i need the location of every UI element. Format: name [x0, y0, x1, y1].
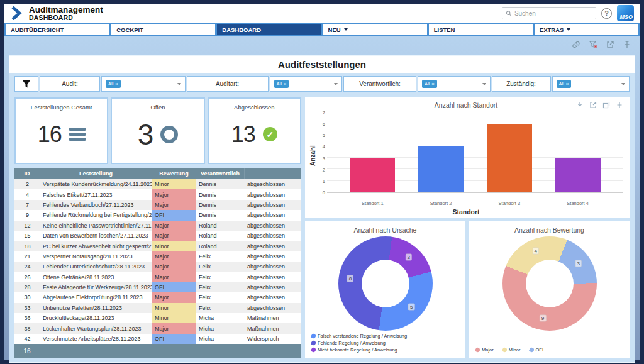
table-row[interactable]: 33Unbenutze Paletten/28.11.2023MinorFeli… — [14, 303, 301, 313]
col-header-id[interactable]: ID — [14, 168, 40, 179]
col-header-status[interactable] — [245, 168, 301, 179]
legend-marker-icon — [502, 347, 508, 353]
table-row[interactable]: 24Fehlender Unterkriechschutz/28.11.2023… — [14, 262, 301, 272]
col-header-verantwortlich[interactable]: Verantwortlich — [196, 168, 245, 179]
legend-label: Falsch verstandene Regelung / Anweisung — [318, 333, 407, 339]
cell-verantwortlich: Dennis — [196, 189, 245, 199]
search-box[interactable] — [502, 7, 596, 19]
cell-feststellung: Fehlendes Verbandbuch/27.11.2023 — [40, 200, 152, 210]
app-header: Auditmanagement DASHBOARD ? MSO — [4, 4, 640, 23]
cell-verantwortlich: Dennis — [196, 200, 245, 210]
filter-clear-icon[interactable] — [589, 40, 597, 49]
cell-bewertung: Minor — [152, 179, 196, 189]
tab-dashboard[interactable]: DASHBOARD — [217, 24, 321, 35]
funnel-icon — [21, 79, 31, 89]
legend-marker-icon — [311, 340, 316, 346]
y-axis-title: Anzahl — [309, 113, 317, 198]
mso-logo[interactable]: MSO — [617, 5, 634, 21]
chevron-down-icon — [344, 28, 348, 31]
table-row[interactable]: 26Offene Getränke/28.11.2023MajorFelixab… — [14, 272, 301, 282]
donut-hole — [526, 260, 574, 307]
table-row[interactable]: 21Versperrter Notausgang/28.11.2023Major… — [14, 251, 301, 262]
cell-feststellung: Daten von Bewerbern löschen/27.11.2023 — [40, 231, 152, 241]
filter-select-zustaendig[interactable]: All× — [552, 76, 630, 92]
col-header-feststellung[interactable]: Feststellung — [40, 168, 152, 179]
help-button[interactable]: ? — [601, 8, 612, 19]
filter-select-verantwortlich[interactable]: All× — [418, 76, 491, 92]
table-row[interactable]: 2Verspätete Kundenrückmeldung/24.11.2023… — [14, 179, 301, 189]
legend-marker-icon — [311, 333, 316, 339]
fullscreen-icon[interactable] — [589, 101, 597, 109]
bar-standort-1[interactable] — [350, 158, 395, 192]
filter-label-verantwortlich: Verantwortlich: — [343, 76, 416, 92]
pin-icon[interactable] — [616, 101, 623, 109]
chart-legend: Major Minor OFI — [474, 345, 625, 355]
table-row[interactable]: 7Fehlendes Verbandbuch/27.11.2023MajorDe… — [14, 200, 301, 210]
cell-verantwortlich: Dennis — [196, 210, 245, 220]
cell-status: abgeschlossen — [245, 282, 301, 292]
bar-plot-area: Anzahl 76 54 32 10 — [309, 113, 623, 198]
legend-item[interactable]: Nicht bekannte Regelung / Anweisung — [311, 347, 397, 353]
legend-item[interactable]: Fehlende Regelung / Anweisung — [311, 340, 386, 346]
filter-button[interactable] — [14, 76, 38, 92]
bar-standort-2[interactable] — [418, 146, 464, 192]
cell-feststellung: Falsches Etikett/27.11.2023 — [40, 189, 152, 199]
cell-status: Widerspruch — [245, 334, 301, 344]
legend-item[interactable]: Minor — [502, 347, 521, 353]
filter-chip[interactable]: All× — [106, 80, 121, 88]
donut-chart-ursache[interactable]: 3 5 8 — [338, 236, 433, 331]
tab-extras[interactable]: EXTRAS — [535, 24, 638, 35]
cell-verantwortlich: Felix — [196, 292, 245, 302]
chip-remove-icon[interactable]: × — [115, 81, 118, 87]
download-icon[interactable] — [576, 101, 584, 109]
table-row[interactable]: 30Abgelaufene Elektorprüfung/28.11.2023M… — [14, 292, 301, 302]
table-row[interactable]: 36Druckluftleckage/28.11.2023MinorMichaM… — [14, 313, 301, 323]
tab-neu[interactable]: NEU — [323, 24, 427, 35]
bar-standort-4[interactable] — [555, 158, 601, 192]
tab-audituebersicht[interactable]: AUDITÜBERSICHT — [6, 24, 109, 35]
cell-status: Maßnahmen — [245, 313, 301, 323]
table-row[interactable]: 9Fehlende Rückmeldung bei Fertigstellung… — [14, 210, 301, 220]
filter-select-audit[interactable]: All× — [101, 76, 186, 92]
tab-listen[interactable]: LISTEN — [429, 24, 533, 35]
chip-remove-icon[interactable]: × — [284, 81, 286, 87]
table-row[interactable]: 4Falsches Etikett/27.11.2023MajorDennisa… — [14, 189, 301, 199]
filter-select-auditart[interactable]: All× — [270, 76, 343, 92]
segment-value-label: 9 — [540, 315, 546, 322]
table-row[interactable]: 18PC bei kurzer Abwesenheit nicht gesper… — [14, 241, 301, 251]
filter-label: Audit: — [62, 80, 78, 87]
chevron-down-icon — [621, 83, 625, 85]
chip-remove-icon[interactable]: × — [566, 81, 569, 87]
cell-feststellung: Fehlender Unterkriechschutz/28.11.2023 — [40, 262, 152, 272]
filter-chip[interactable]: All× — [274, 80, 289, 88]
filter-chip[interactable]: All× — [422, 80, 437, 88]
donut-chart-bewertung[interactable]: 3 9 4 — [502, 236, 597, 331]
kpi-card-abgeschlossen: Abgeschlossen 13 ✓ — [208, 97, 301, 164]
legend-label: OFI — [536, 347, 544, 353]
tab-cockpit[interactable]: COCKPIT — [111, 24, 215, 35]
legend-item[interactable]: Major — [475, 347, 494, 353]
table-row[interactable]: 38Lückenhafter Wartungsplan/28.11.2023Ma… — [14, 323, 301, 333]
tab-label: DASHBOARD — [222, 26, 261, 33]
cell-status: abgeschlossen — [245, 292, 301, 302]
legend-item[interactable]: Falsch verstandene Regelung / Anweisung — [311, 333, 407, 339]
table-row[interactable]: 15Daten von Bewerbern löschen/27.11.2023… — [14, 231, 301, 241]
chip-remove-icon[interactable]: × — [431, 81, 434, 87]
cell-verantwortlich: Dennis — [196, 179, 245, 189]
legend-item[interactable]: OFI — [530, 347, 544, 353]
export-icon[interactable] — [606, 40, 614, 49]
link-icon[interactable] — [572, 40, 580, 49]
layers-icon[interactable] — [602, 101, 610, 109]
kpi-row: Feststellungen Gesamt 16 Offen 3 — [14, 97, 301, 164]
table-row[interactable]: 28Feste Ablageorte für Werkzeuge/28.11.2… — [14, 282, 301, 292]
bar-standort-3[interactable] — [487, 124, 532, 192]
chart-title: Anzahl nach Ursache — [310, 226, 460, 234]
search-input[interactable] — [514, 10, 592, 17]
filter-chip[interactable]: All× — [557, 80, 572, 88]
table-row[interactable]: 42Verschmutzte Arbeitsplätze/28.11.2023O… — [14, 334, 301, 344]
cell-id: 42 — [14, 334, 40, 344]
col-header-bewertung[interactable]: Bewertung — [152, 168, 196, 179]
cell-verantwortlich: Roland — [196, 241, 245, 251]
table-row[interactable]: 12Keine einheitliche Passwortrichtlinien… — [14, 221, 301, 231]
pin-icon[interactable] — [623, 40, 631, 49]
